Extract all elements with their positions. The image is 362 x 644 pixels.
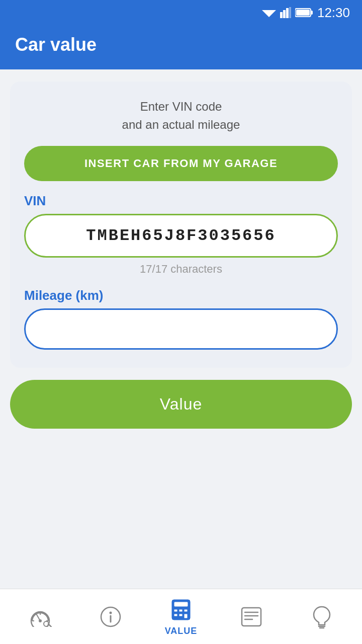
svg-rect-5: [289, 7, 291, 18]
speedo-icon: [27, 604, 53, 630]
card-subtitle: Enter VIN code and an actual mileage: [24, 98, 338, 134]
svg-rect-25: [174, 614, 177, 616]
svg-rect-8: [296, 10, 310, 16]
vin-char-count: 17/17 characters: [24, 263, 338, 276]
nav-item-speedo[interactable]: [5, 600, 75, 634]
battery-icon: [295, 8, 313, 18]
svg-rect-26: [179, 614, 183, 616]
svg-rect-7: [311, 11, 313, 15]
nav-item-news[interactable]: [216, 600, 287, 634]
mileage-input[interactable]: [24, 308, 338, 350]
subtitle-line2: and an actual mileage: [24, 116, 338, 134]
calculator-icon: [168, 597, 194, 623]
wifi-icon: [262, 7, 276, 18]
status-icons: 12:30: [262, 5, 350, 21]
subtitle-line1: Enter VIN code: [24, 98, 338, 116]
app-header: Car value: [0, 25, 362, 69]
nav-label-value: VALUE: [165, 626, 198, 636]
info-icon: [98, 604, 124, 630]
svg-point-19: [110, 611, 112, 614]
signal-icon: [280, 7, 291, 18]
lightbulb-icon: [309, 604, 335, 630]
status-time: 12:30: [317, 5, 350, 21]
svg-rect-2: [280, 12, 283, 18]
svg-point-11: [39, 619, 42, 622]
svg-rect-22: [174, 609, 177, 612]
svg-rect-27: [184, 614, 188, 618]
input-card: Enter VIN code and an actual mileage INS…: [10, 82, 352, 368]
svg-rect-3: [283, 10, 286, 18]
svg-rect-23: [179, 609, 183, 612]
mileage-field-group: Mileage (km): [24, 288, 338, 350]
bottom-nav: VALUE: [0, 589, 362, 644]
main-content: Enter VIN code and an actual mileage INS…: [0, 69, 362, 589]
nav-item-info[interactable]: [75, 600, 146, 634]
vin-label: VIN: [24, 193, 338, 209]
vin-field-group: VIN 17/17 characters: [24, 193, 338, 276]
news-icon: [238, 604, 264, 630]
svg-rect-4: [286, 8, 289, 18]
mileage-label: Mileage (km): [24, 288, 338, 303]
page-title: Car value: [15, 34, 347, 55]
svg-rect-24: [184, 609, 188, 612]
vin-input[interactable]: [24, 214, 338, 258]
svg-rect-28: [242, 608, 261, 626]
insert-car-button[interactable]: INSERT CAR FROM MY GARAGE: [24, 146, 338, 181]
status-bar: 12:30: [0, 0, 362, 25]
nav-item-value[interactable]: VALUE: [146, 593, 216, 640]
nav-item-tips[interactable]: [287, 600, 357, 634]
value-button[interactable]: Value: [10, 380, 352, 429]
svg-rect-21: [174, 602, 188, 607]
